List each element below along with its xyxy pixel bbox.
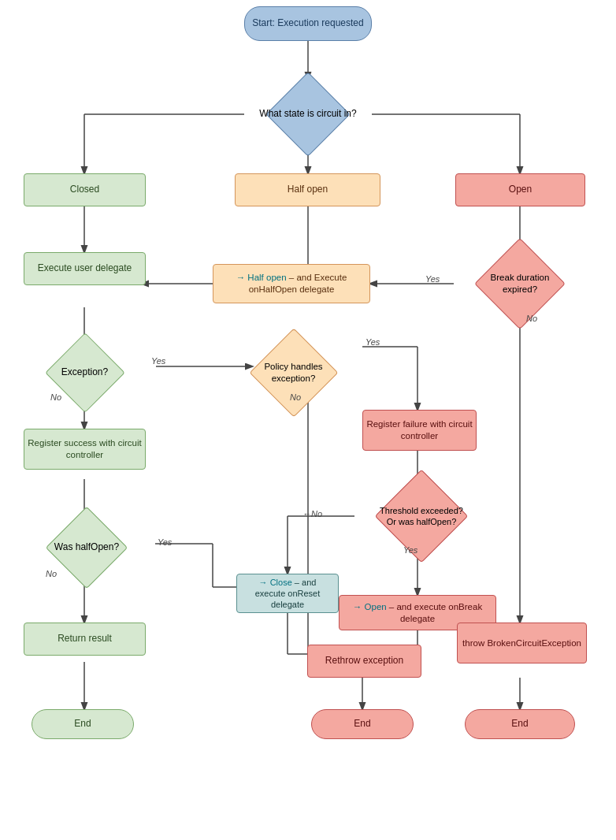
- start-node: Start: Execution requested: [244, 6, 372, 41]
- closed-label: Closed: [70, 184, 99, 196]
- half-open-node: Half open: [235, 173, 380, 206]
- was-halfopen-diamond: Was halfOpen?: [20, 512, 154, 583]
- end1-node: End: [32, 709, 134, 739]
- break-duration-shape: [474, 238, 566, 329]
- was-halfopen-shape: [46, 507, 128, 589]
- open-label: Open: [509, 184, 532, 196]
- closed-node: Closed: [24, 173, 146, 206]
- open-node: Open: [455, 173, 585, 206]
- throw-broken-label: throw BrokenCircuitException: [462, 637, 581, 649]
- exception-no-label: No: [50, 392, 61, 402]
- policy-shape: [249, 328, 338, 417]
- what-state-diamond: What state is circuit in?: [232, 79, 384, 150]
- end3-label: End: [511, 718, 528, 730]
- was-halfopen-yes-label: Yes: [158, 537, 172, 547]
- break-duration-diamond: Break duration expired?: [441, 244, 599, 323]
- rethrow-label: Rethrow exception: [325, 655, 403, 667]
- half-open-label: Half open: [288, 184, 328, 196]
- threshold-diamond: Threshold exceeded? Or was halfOpen?: [347, 477, 496, 556]
- return-result-label: Return result: [58, 633, 112, 645]
- start-label: Start: Execution requested: [252, 17, 363, 30]
- half-open-delegate-label: → Half open – and ExecuteonHalfOpen dele…: [236, 272, 347, 295]
- register-success-label: Register success with circuit controller: [24, 437, 145, 461]
- end2-label: End: [354, 718, 370, 730]
- break-yes-label: Yes: [425, 274, 440, 284]
- end1-label: End: [74, 718, 91, 730]
- flowchart-diagram: Start: Execution requested What state is…: [0, 0, 616, 840]
- exception-diamond: Exception?: [24, 337, 146, 408]
- exception-yes-label: Yes: [151, 356, 165, 366]
- policy-no-label: No: [290, 392, 301, 402]
- return-result-node: Return result: [24, 623, 146, 656]
- execute-delegate-node: Execute user delegate: [24, 252, 146, 285]
- execute-delegate-label: Execute user delegate: [38, 262, 132, 275]
- policy-yes-label: Yes: [366, 337, 380, 347]
- open-break-label: → Open – and execute onBreakdelegate: [353, 601, 482, 625]
- threshold-yes-label: Yes: [403, 545, 417, 555]
- threshold-no-label: ←No: [302, 509, 322, 518]
- register-success-node: Register success with circuit controller: [24, 429, 146, 470]
- half-open-delegate-node: → Half open – and ExecuteonHalfOpen dele…: [213, 264, 370, 303]
- register-failure-label: Register failure with circuit controller: [363, 418, 476, 442]
- was-halfopen-no-label: No: [46, 569, 57, 578]
- what-state-shape: [265, 72, 350, 156]
- close-reset-node: → Close – andexecute onResetdelegate: [236, 574, 339, 613]
- end2-node: End: [311, 709, 414, 739]
- close-reset-label: → Close – andexecute onResetdelegate: [255, 577, 321, 611]
- register-failure-node: Register failure with circuit controller: [362, 410, 477, 451]
- threshold-shape: [375, 470, 469, 563]
- end3-node: End: [465, 709, 575, 739]
- rethrow-node: Rethrow exception: [307, 645, 421, 678]
- break-no-label: No: [526, 314, 537, 323]
- throw-broken-node: throw BrokenCircuitException: [457, 623, 587, 663]
